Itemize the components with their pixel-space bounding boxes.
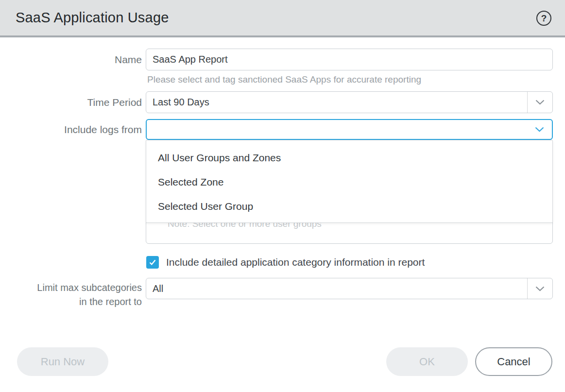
cancel-button[interactable]: Cancel	[475, 347, 552, 376]
include-logs-from-menu: All User Groups and Zones Selected Zone …	[146, 140, 553, 223]
checkmark-icon	[149, 259, 156, 266]
limit-subcategories-label-line2: in the report to	[0, 295, 142, 309]
time-period-label: Time Period	[0, 91, 142, 113]
include-logs-from-select[interactable]	[146, 119, 553, 140]
chevron-down-icon	[535, 286, 545, 291]
time-period-trigger[interactable]	[527, 92, 552, 113]
name-input[interactable]	[146, 49, 553, 70]
menu-option-selected-user-group[interactable]: Selected User Group	[146, 194, 552, 219]
include-logs-from-label: Include logs from	[0, 119, 142, 140]
run-now-button[interactable]: Run Now	[17, 347, 108, 376]
limit-subcategories-select[interactable]: All	[146, 278, 553, 299]
limit-subcategories-label: Limit max subcategories in the report to	[0, 281, 142, 309]
saas-application-usage-dialog: SaaS Application Usage ? Name Please sel…	[0, 0, 565, 392]
chevron-down-icon	[535, 127, 544, 132]
name-label: Name	[0, 49, 142, 70]
dialog-title: SaaS Application Usage	[16, 10, 169, 26]
detail-category-checkbox[interactable]	[146, 256, 159, 269]
help-glyph: ?	[541, 13, 547, 24]
limit-subcategories-label-line1: Limit max subcategories	[0, 281, 142, 295]
ok-button[interactable]: OK	[386, 347, 468, 376]
time-period-select[interactable]: Last 90 Days	[146, 91, 553, 113]
limit-subcategories-value: All	[146, 283, 552, 294]
help-icon[interactable]: ?	[536, 11, 551, 26]
detail-category-checkbox-label: Include detailed application category in…	[166, 256, 425, 269]
dialog-header: SaaS Application Usage	[0, 0, 565, 37]
limit-subcategories-trigger[interactable]	[527, 278, 552, 299]
include-logs-from-trigger[interactable]	[527, 120, 552, 139]
menu-option-selected-zone[interactable]: Selected Zone	[146, 170, 552, 194]
menu-option-all-user-groups-and-zones[interactable]: All User Groups and Zones	[146, 146, 552, 170]
chevron-down-icon	[535, 100, 545, 105]
time-period-value: Last 90 Days	[146, 97, 552, 108]
name-helper-text: Please select and tag sanctioned SaaS Ap…	[147, 74, 421, 85]
